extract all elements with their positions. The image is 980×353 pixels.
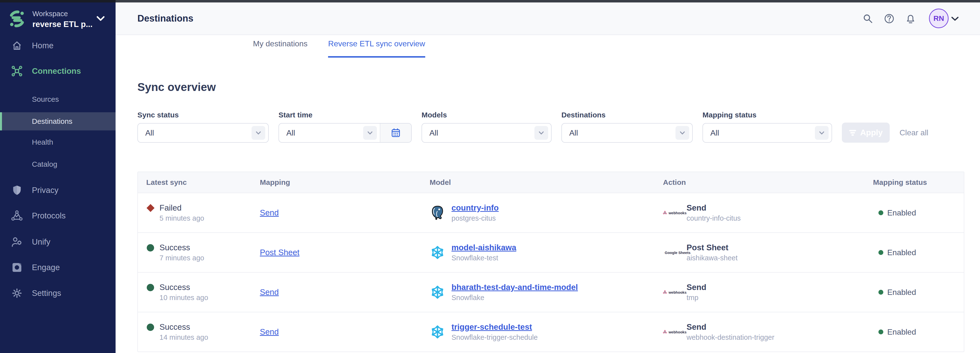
action-subtitle: webhook-destination-trigger (687, 332, 775, 342)
bell-icon[interactable] (905, 13, 916, 24)
page-title: Destinations (137, 2, 193, 35)
apply-button[interactable]: Apply (842, 123, 890, 142)
action-cell: webhooks Send tmp (663, 282, 873, 302)
models-select[interactable]: All (422, 123, 552, 142)
sidebar-item-settings[interactable]: Settings (0, 284, 116, 302)
action-cell: webhooks Send country-info-citus (663, 203, 873, 223)
calendar-button[interactable] (380, 123, 411, 142)
action-name: Send (687, 203, 741, 213)
sidebar-item-label: Engage (32, 263, 60, 272)
clear-all-link[interactable]: Clear all (899, 123, 928, 142)
filter-icon (849, 129, 856, 136)
sidebar-item-destinations[interactable]: Destinations (0, 112, 116, 130)
help-icon[interactable] (884, 13, 895, 24)
mapping-link[interactable]: Post Sheet (260, 248, 299, 257)
filter-label: Mapping status (703, 111, 832, 119)
home-icon (11, 40, 22, 51)
sidebar-item-unify[interactable]: Unify (0, 233, 116, 251)
shield-icon (11, 185, 22, 196)
snowflake-icon (430, 284, 445, 300)
success-status-icon (146, 284, 154, 291)
action-brand-text: webhooks (669, 211, 687, 215)
model-subtitle: postgres-citus (452, 213, 499, 223)
filter-start-time: Start time All (278, 111, 412, 142)
unify-icon (11, 236, 22, 248)
webhooks-icon: webhooks (663, 328, 687, 336)
model-cell: bharath-test-day-and-time-model Snowflak… (430, 282, 663, 302)
sync-status-text: Failed (159, 203, 204, 213)
model-link[interactable]: bharath-test-day-and-time-model (452, 282, 578, 293)
mapping-status-text: Enabled (887, 328, 916, 337)
sidebar-item-label: Health (32, 138, 53, 146)
model-link[interactable]: country-info (452, 203, 499, 213)
webhooks-icon: webhooks (663, 288, 687, 296)
sidebar-item-sources[interactable]: Sources (0, 90, 116, 108)
action-subtitle: tmp (687, 293, 706, 302)
model-subtitle: Snowflake (452, 293, 578, 302)
mapping-link[interactable]: Send (260, 288, 279, 297)
sidebar-item-engage[interactable]: Engage (0, 259, 116, 276)
sidebar-item-health[interactable]: Health (0, 133, 116, 151)
avatar[interactable]: RN (929, 9, 948, 28)
tab-my-destinations[interactable]: My destinations (253, 39, 307, 58)
mapping-status-text: Enabled (887, 248, 916, 257)
sidebar-item-label: Connections (32, 66, 81, 76)
mapping-link[interactable]: Send (260, 327, 279, 336)
sidebar-item-connections[interactable]: Connections (0, 62, 116, 80)
chevron-down-icon (676, 126, 689, 140)
apply-label: Apply (860, 128, 883, 137)
filter-label: Sync status (137, 111, 269, 119)
model-link[interactable]: model-aishikawa (452, 242, 516, 253)
sidebar-item-label: Protocols (32, 211, 66, 220)
destinations-select[interactable]: All (562, 123, 693, 142)
chevron-down-icon[interactable] (96, 16, 105, 22)
postgresql-icon (430, 205, 445, 221)
action-subtitle: country-info-citus (687, 213, 741, 223)
mapping-cell: Send (260, 208, 430, 217)
sync-status-select[interactable]: All (137, 123, 269, 142)
table-row: Success 10 minutes ago Send bha (138, 272, 964, 312)
tab-reverse-etl-sync-overview[interactable]: Reverse ETL sync overview (328, 39, 425, 58)
snowflake-icon (430, 324, 445, 340)
google-sheets-icon: Google Sheets (663, 249, 687, 256)
model-link[interactable]: trigger-schedule-test (452, 321, 538, 332)
sync-status-text: Success (159, 321, 208, 332)
column-header-mapping: Mapping (260, 178, 430, 187)
chevron-down-icon (363, 126, 377, 140)
filter-models: Models All (422, 111, 552, 142)
mapping-status-cell: Enabled (873, 288, 964, 297)
sidebar-item-protocols[interactable]: Protocols (0, 207, 116, 225)
latest-sync-cell: Success 10 minutes ago (138, 282, 260, 302)
filter-sync-status: Sync status All (137, 111, 269, 142)
select-value: All (710, 128, 815, 138)
mapping-link[interactable]: Send (260, 208, 279, 217)
section-heading: Sync overview (137, 81, 216, 93)
model-cell: trigger-schedule-test Snowflake-trigger-… (430, 321, 663, 342)
account-chevron-down-icon[interactable] (951, 16, 959, 22)
enabled-dot-icon (878, 329, 883, 334)
sync-status-text: Success (159, 282, 208, 293)
sidebar-item-privacy[interactable]: Privacy (0, 181, 116, 199)
filter-bar: Sync status All Start time All (137, 111, 928, 142)
sidebar-item-label: Privacy (32, 185, 59, 195)
chevron-down-icon (535, 126, 548, 140)
connections-icon (11, 65, 22, 77)
enabled-dot-icon (878, 250, 883, 255)
enabled-dot-icon (878, 290, 883, 294)
mapping-cell: Send (260, 327, 430, 337)
sidebar-item-catalog[interactable]: Catalog (0, 155, 116, 173)
table-row: Success 14 minutes ago Send tri (138, 312, 964, 351)
start-time-select[interactable]: All (278, 123, 412, 142)
select-value: All (145, 128, 251, 138)
success-status-icon (146, 324, 154, 331)
workspace-switcher[interactable]: Workspace reverse ETL p... (0, 7, 116, 34)
sidebar-item-label: Destinations (32, 117, 72, 125)
mapping-status-select[interactable]: All (703, 123, 832, 142)
table-row: Success 7 minutes ago Post Sheet (138, 233, 964, 272)
workspace-name: reverse ETL p... (32, 20, 92, 29)
sidebar-item-home[interactable]: Home (0, 37, 116, 54)
calendar-icon (390, 127, 401, 138)
search-icon[interactable] (862, 13, 873, 24)
table-row: Failed 5 minutes ago Send country-info p… (138, 193, 964, 233)
model-subtitle: Snowflake-test (452, 253, 516, 263)
